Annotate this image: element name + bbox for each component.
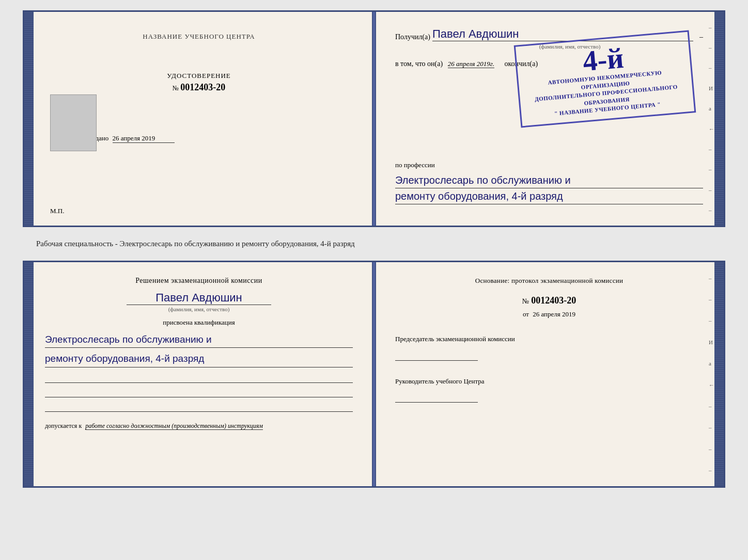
between-text: Рабочая специальность - Электрослесарь п… [10, 235, 738, 252]
fio-label-bottom: (фамилия, имя, отчество) [45, 306, 353, 312]
cert-number: 0012403-20 [180, 82, 225, 92]
blank-line-1 [45, 371, 353, 383]
stamp-big-number: 4-й [582, 43, 625, 75]
chairman-signature-line [395, 349, 478, 361]
photo-placeholder [50, 94, 97, 151]
po-professii: по профессии [395, 161, 703, 169]
page-wrapper: НАЗВАНИЕ УЧЕБНОГО ЦЕНТРА УДОСТОВЕРЕНИЕ №… [10, 10, 738, 488]
blank-line-3 [45, 399, 353, 412]
recipient-name: Павел Авдюшин [432, 27, 519, 40]
right-binding-top [714, 12, 724, 226]
dopuskaetsya-prefix: допускается к [45, 422, 82, 429]
right-binding-bottom [714, 262, 724, 486]
chairman-section: Председатель экзаменационной комиссии [395, 334, 703, 361]
book-spine [372, 12, 376, 226]
chairman-title: Председатель экзаменационной комиссии [395, 334, 703, 344]
rukovoditel-section: Руководитель учебного Центра [395, 376, 703, 403]
vtom-text: в том, что он(а) [395, 60, 443, 68]
profession-line2: ремонту оборудования, 4-й разряд [395, 188, 703, 204]
rukovoditel-signature-line [395, 391, 478, 403]
recipient-prefix: Получил(а) [395, 33, 430, 41]
protocol-number-prefix: № [522, 297, 529, 305]
top-book-left-page: НАЗВАНИЕ УЧЕБНОГО ЦЕНТРА УДОСТОВЕРЕНИЕ №… [24, 12, 375, 226]
dopuskaetsya: допускается к работе согласно должностны… [45, 422, 353, 430]
ot-prefix: от [523, 310, 529, 318]
right-dashes-bottom: – – – И а ← – – – – [709, 262, 714, 486]
stamp-overlay: 4-й АВТОНОМНУЮ НЕКОММЕРЧЕСКУЮ ОРГАНИЗАЦИ… [514, 30, 696, 127]
qualification-line1: Электрослесарь по обслуживанию и [45, 332, 353, 348]
profession-section: по профессии Электрослесарь по обслужива… [395, 161, 703, 204]
cert-label: УДОСТОВЕРЕНИЕ [45, 72, 353, 80]
mp-label: М.П. [50, 207, 64, 215]
cert-number-section: УДОСТОВЕРЕНИЕ № 0012403-20 [45, 72, 353, 93]
protocol-number: 0012403-20 [531, 295, 576, 306]
rukovoditel-title: Руководитель учебного Центра [395, 376, 703, 387]
issued-date: 26 апреля 2019 [113, 134, 175, 143]
top-book-right-page: 4-й АВТОНОМНУЮ НЕКОММЕРЧЕСКУЮ ОРГАНИЗАЦИ… [375, 12, 724, 226]
right-dashes: – – – И а ← – – – – [709, 12, 714, 226]
vtom-date: 26 апреля 2019г. [448, 60, 494, 68]
book2-spine [372, 262, 376, 486]
osnovanie-title: Основание: протокол экзаменационной коми… [395, 277, 703, 285]
decision-title: Решением экзаменационной комиссии [45, 277, 353, 285]
top-left-title: НАЗВАНИЕ УЧЕБНОГО ЦЕНТРА [45, 33, 353, 41]
bottom-book: Решением экзаменационной комиссии Павел … [23, 261, 725, 488]
bottom-book-right-page: Основание: протокол экзаменационной коми… [375, 262, 724, 486]
person-name-bottom: Павел Авдюшин [127, 291, 271, 305]
profession-line1: Электрослесарь по обслуживанию и [395, 172, 703, 188]
prisvoena: присвоена квалификация [45, 318, 353, 327]
ot-date-value: 26 апреля 2019 [533, 310, 575, 318]
qualification-line2: ремонту оборудования, 4-й разряд [45, 351, 353, 367]
bottom-book-left-page: Решением экзаменационной комиссии Павел … [24, 262, 375, 486]
cert-number-prefix: № [173, 84, 179, 92]
top-book: НАЗВАНИЕ УЧЕБНОГО ЦЕНТРА УДОСТОВЕРЕНИЕ №… [23, 10, 725, 227]
ot-date: от 26 апреля 2019 [395, 310, 703, 318]
blank-line-2 [45, 385, 353, 397]
dopuskaetsya-text: работе согласно должностным (производств… [85, 422, 263, 430]
